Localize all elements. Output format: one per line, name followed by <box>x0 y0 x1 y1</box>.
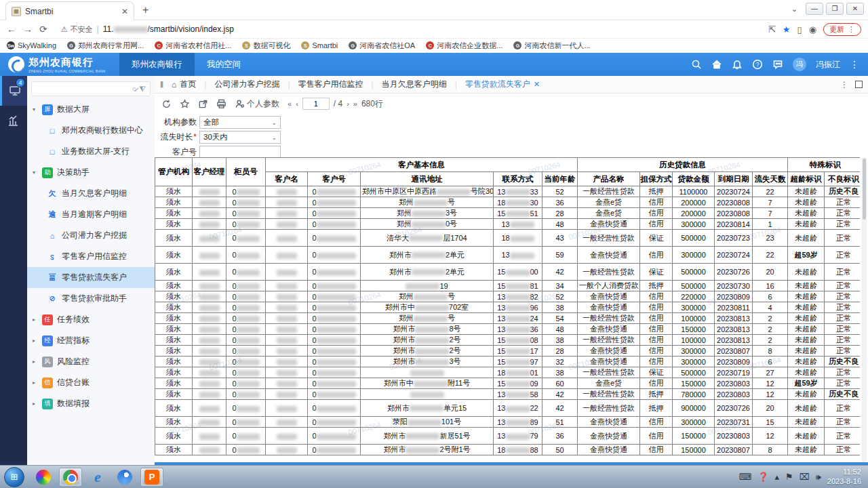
taskbar-wps-icon[interactable]: P <box>140 468 163 487</box>
sidebar-filter-icon[interactable]: ⧨ <box>139 85 146 94</box>
help-icon[interactable]: ? <box>752 59 763 70</box>
bookmark-item[interactable]: SwSkyWalking <box>7 41 56 49</box>
browser-tab[interactable]: ▦ Smartbi ✕ <box>5 1 134 20</box>
home-icon[interactable] <box>711 59 722 70</box>
header-more-icon[interactable]: ⋮ <box>850 59 860 70</box>
cell-redacted <box>193 378 226 389</box>
cell: 正常 <box>825 208 861 219</box>
help-tray-icon[interactable]: ❓ <box>757 472 768 482</box>
new-tab-button[interactable]: + <box>142 4 149 16</box>
rail-dashboard-item[interactable]: 4 <box>0 76 27 106</box>
sidebar-group[interactable]: ▾助决策助手 <box>27 162 155 183</box>
message-icon[interactable] <box>772 59 783 70</box>
first-page-icon[interactable]: « <box>288 100 292 108</box>
side-panel-icon[interactable]: ▯ <box>797 24 802 35</box>
app-nav-active[interactable]: 郑州农商银行 <box>119 53 195 76</box>
bookmark-item[interactable]: SSmartbi <box>301 41 338 49</box>
sidebar-item[interactable]: ⊘零售贷款审批助手 <box>27 288 155 309</box>
bookmark-item[interactable]: S数据可视化 <box>242 41 290 51</box>
sidebar-search-icon[interactable]: ○̷ <box>132 85 137 93</box>
page-number-input[interactable] <box>302 98 330 110</box>
content-tab[interactable]: ⌂首页 <box>169 79 199 90</box>
taskbar-browser-icon[interactable] <box>113 468 136 487</box>
bookmark-item[interactable]: C河南省农村信用社... <box>155 41 231 51</box>
taskbar-ie-icon[interactable]: e <box>86 468 109 487</box>
sidebar-group[interactable]: ▸风风险监控 <box>27 351 155 372</box>
next-page-icon[interactable]: › <box>347 100 349 108</box>
print-button[interactable] <box>216 98 226 108</box>
window-restore-button[interactable]: ❐ <box>826 3 844 15</box>
bookmark-item[interactable]: G河南省农信社OA <box>349 41 415 51</box>
tab-search-chevron-icon[interactable]: ⌄ <box>791 5 797 14</box>
rail-analysis-item[interactable] <box>0 106 27 136</box>
prev-page-icon[interactable]: ‹ <box>296 100 298 108</box>
sidebar-group[interactable]: ▸填数据填报 <box>27 393 155 414</box>
taskbar-clock[interactable]: 11:52 2023-8-16 <box>827 468 861 487</box>
group-header: 特殊标识 <box>788 158 861 172</box>
reload-icon[interactable]: ⟳ <box>39 24 47 35</box>
forward-icon[interactable]: → <box>23 24 33 35</box>
sidebar-item[interactable]: ꇙ零售客户用信监控 <box>27 246 155 267</box>
user-avatar[interactable]: 冯 <box>793 58 806 71</box>
back-icon[interactable]: ← <box>7 24 16 35</box>
start-button[interactable]: ⊞ <box>4 467 24 487</box>
window-close-button[interactable]: ✕ <box>846 3 864 15</box>
bell-icon[interactable] <box>732 59 743 70</box>
sidebar-group[interactable]: ▾屏数据大屏 <box>27 99 155 120</box>
chrome-update-button[interactable]: 更新⋮ <box>823 23 861 36</box>
sidebar-group[interactable]: ▸经经营指标 <box>27 330 155 351</box>
omnibox[interactable]: ⚠ 不安全 | 11./smartbi/vision/index.jsp <box>54 22 762 37</box>
user-name[interactable]: 冯振江 <box>816 59 840 70</box>
sidebar-item[interactable]: □郑州农商银行数据中心 <box>27 120 155 141</box>
input-method-icon[interactable]: ⌨ <box>738 472 751 482</box>
content-tab[interactable]: 公司潜力客户挖掘 <box>212 79 282 90</box>
browser-menu-icon[interactable]: ⋮ <box>848 25 855 34</box>
vertical-scrollbar[interactable] <box>862 157 867 462</box>
maximize-view-icon[interactable] <box>855 81 863 88</box>
cell: 金燕快贷通 <box>578 247 640 264</box>
cell: 未超龄 <box>788 219 825 230</box>
sidebar-search-input[interactable] <box>36 85 130 93</box>
share-icon[interactable]: ⇱ <box>768 24 776 35</box>
bookmark-item[interactable]: G河南农信新一代人... <box>513 41 590 51</box>
cell-redacted <box>193 186 226 197</box>
sidebar-item[interactable]: 畐零售贷款流失客户 <box>27 267 155 288</box>
network-icon[interactable]: ⌧ <box>800 472 810 482</box>
window-minimize-button[interactable]: — <box>806 3 823 15</box>
filter-select[interactable]: 全部⌄ <box>199 116 281 129</box>
volume-icon[interactable]: 🕪 <box>816 472 821 483</box>
bookmark-item[interactable]: C河南农信企业数据... <box>426 41 502 51</box>
last-page-icon[interactable]: » <box>353 100 357 108</box>
sidebar-item[interactable]: 欠当月欠息客户明细 <box>27 183 155 204</box>
content-tab[interactable]: 零售贷款流失客户✕ <box>462 79 542 90</box>
taskbar-360-browser-icon[interactable] <box>32 468 55 487</box>
sidebar-group[interactable]: ▸任任务绩效 <box>27 309 155 330</box>
refresh-button[interactable] <box>161 98 172 108</box>
sidebar-group[interactable]: ▸信信贷台账 <box>27 372 155 393</box>
favorite-button[interactable] <box>180 98 190 108</box>
personal-params-button[interactable]: 个人参数 <box>235 98 279 110</box>
tab-close-icon[interactable]: ✕ <box>121 7 128 16</box>
tray-expand-icon[interactable]: ▴ <box>774 472 779 482</box>
action-center-icon[interactable]: ⚑ <box>785 472 793 482</box>
filter-select[interactable]: 30天内⌄ <box>199 131 281 144</box>
tabbar-more-icon[interactable]: ⋮ <box>840 80 848 89</box>
scrollbar-thumb[interactable] <box>863 159 866 220</box>
content-tab[interactable]: 零售客户用信监控 <box>296 79 366 90</box>
app-nav-item[interactable]: 我的空间 <box>195 53 253 76</box>
export-button[interactable] <box>198 98 208 108</box>
profile-icon[interactable]: ◉ <box>809 24 816 35</box>
taskbar-chrome-icon[interactable] <box>59 468 82 487</box>
sidebar-search[interactable]: ○̷ ⧨ <box>31 81 151 96</box>
tab-list-icon[interactable]: ⫴ <box>160 80 163 89</box>
tab-close-icon[interactable]: ✕ <box>534 80 540 89</box>
sidebar-item[interactable]: ⌂公司潜力客户挖掘 <box>27 225 155 246</box>
bookmark-star-icon[interactable]: ★ <box>783 24 791 35</box>
content-tab[interactable]: 当月欠息客户明细 <box>379 79 450 90</box>
bookmark-item[interactable]: G郑州农商行常用网... <box>67 41 144 51</box>
sidebar-item[interactable]: 逾当月逾期客户明细 <box>27 204 155 225</box>
sidebar-item[interactable]: □业务数据大屏-支行 <box>27 141 155 162</box>
search-icon[interactable] <box>691 59 702 70</box>
cell: 未超龄 <box>788 264 825 281</box>
bookmark-favicon: S <box>301 41 309 49</box>
